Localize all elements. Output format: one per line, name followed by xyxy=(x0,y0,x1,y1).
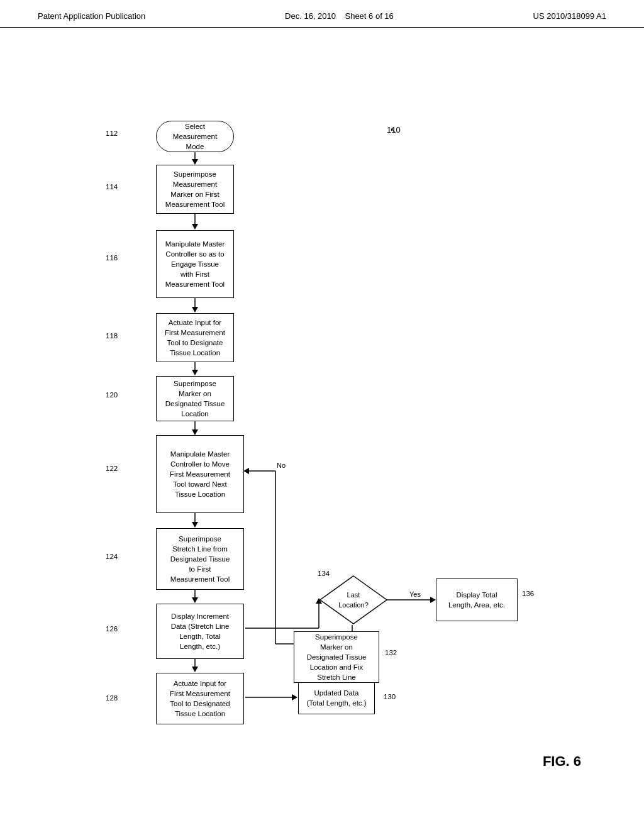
node-130: Updated Data (Total Length, etc.) xyxy=(298,682,375,714)
svg-marker-13 xyxy=(192,597,198,603)
fig-label: FIG. 6 xyxy=(543,753,581,770)
svg-text:Location?: Location? xyxy=(338,601,369,609)
node-116: Manipulate Master Controller so as to En… xyxy=(156,230,234,298)
node-118: Actuate Input for First Measurement Tool… xyxy=(156,313,234,362)
ref-134: 134 xyxy=(318,570,330,577)
node-134: Last Location? xyxy=(319,575,388,625)
svg-marker-9 xyxy=(192,429,198,435)
svg-marker-7 xyxy=(192,370,198,375)
svg-text:Yes: Yes xyxy=(409,590,421,598)
node-132: Superimpose Marker on Designated Tissue … xyxy=(294,631,379,683)
header-right: US 2010/318099 A1 xyxy=(533,11,606,21)
svg-text:No: No xyxy=(277,462,286,469)
diagram-area: No Yes ↖ Select Measurement Mode 112 Sup… xyxy=(0,28,644,807)
ref-122: 122 xyxy=(106,465,118,472)
node-126: Display Increment Data (Stretch Line Len… xyxy=(156,604,244,659)
ref-124: 124 xyxy=(106,553,118,560)
header: Patent Application Publication Dec. 16, … xyxy=(0,0,644,28)
node-122: Manipulate Master Controller to Move Fir… xyxy=(156,435,244,513)
header-left: Patent Application Publication xyxy=(38,11,145,21)
node-124: Superimpose Stretch Line from Designated… xyxy=(156,528,244,590)
node-120: Superimpose Marker on Designated Tissue … xyxy=(156,376,234,421)
ref-110: 110 xyxy=(387,125,401,135)
svg-marker-11 xyxy=(192,522,198,528)
svg-marker-15 xyxy=(192,667,198,672)
node-136: Display Total Length, Area, etc. xyxy=(436,578,518,621)
ref-130: 130 xyxy=(384,693,396,700)
node-128: Actuate Input for First Measurement Tool… xyxy=(156,673,244,724)
ref-114: 114 xyxy=(106,183,118,191)
ref-126: 126 xyxy=(106,625,118,633)
svg-marker-5 xyxy=(192,307,198,313)
svg-text:Last: Last xyxy=(347,591,360,599)
ref-112: 112 xyxy=(106,130,118,137)
ref-128: 128 xyxy=(106,694,118,702)
svg-marker-1 xyxy=(192,159,198,165)
header-center: Dec. 16, 2010 Sheet 6 of 16 xyxy=(285,11,394,21)
node-112: Select Measurement Mode xyxy=(156,121,234,152)
node-114: Superimpose Measurement Marker on First … xyxy=(156,165,234,214)
svg-marker-23 xyxy=(243,468,249,474)
ref-136: 136 xyxy=(522,590,534,597)
ref-118: 118 xyxy=(106,332,118,340)
svg-marker-34 xyxy=(320,576,387,624)
svg-marker-17 xyxy=(292,694,297,700)
svg-marker-3 xyxy=(192,224,198,230)
ref-120: 120 xyxy=(106,391,118,399)
ref-132: 132 xyxy=(385,649,397,656)
ref-116: 116 xyxy=(106,254,118,262)
svg-marker-26 xyxy=(430,597,436,603)
